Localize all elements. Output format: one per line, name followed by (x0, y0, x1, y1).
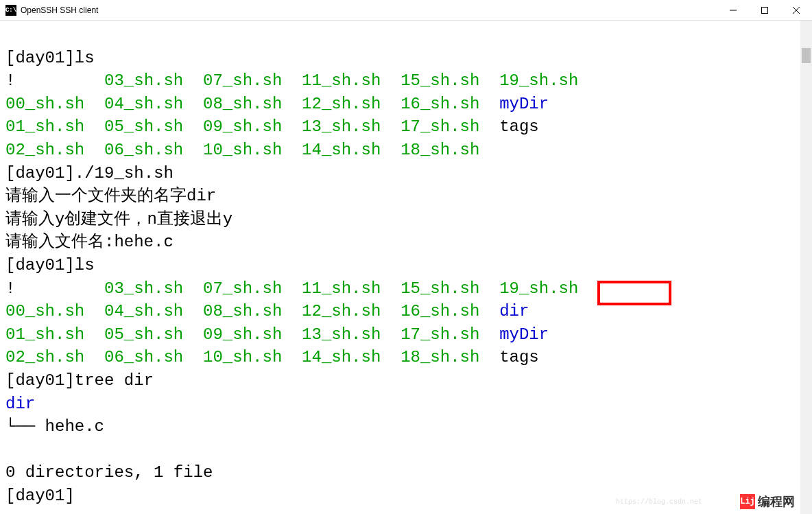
window-title: OpenSSH SSH client (21, 5, 98, 15)
ls-item: ! (5, 279, 15, 298)
ls-item: 09_sh.sh (203, 325, 282, 344)
prompt-line: [day01]ls (5, 256, 95, 274)
ls-item: 10_sh.sh (203, 141, 282, 159)
prompt-line: [day01]./19_sh.sh (5, 164, 174, 183)
terminal-output[interactable]: [day01]ls ! 03_sh.sh 07_sh.sh 11_sh.sh 1… (0, 21, 812, 514)
ls-item: 03_sh.sh (104, 71, 183, 90)
ls-item: 08_sh.sh (203, 95, 282, 113)
ls-item: 07_sh.sh (203, 71, 282, 90)
script-output: 请输入文件名:hehe.c (5, 233, 174, 251)
app-icon: C:\ (5, 5, 16, 16)
ls-item: 13_sh.sh (302, 325, 381, 344)
tree-branch: └── hehe.c (5, 417, 104, 436)
maximize-button[interactable] (749, 0, 780, 21)
ls-item: 15_sh.sh (401, 71, 479, 90)
ls-item: 19_sh.sh (499, 71, 578, 90)
ls-file: tags (499, 117, 539, 136)
ls-dir-highlighted: dir (499, 302, 529, 320)
ls-item: 02_sh.sh (5, 141, 84, 159)
ls-item: 10_sh.sh (203, 348, 282, 366)
ls-item: 18_sh.sh (401, 348, 479, 366)
ls-item: ! (5, 71, 15, 90)
ls-item: 03_sh.sh (104, 279, 183, 298)
ls-item: 12_sh.sh (302, 302, 381, 320)
ls-item: 06_sh.sh (104, 348, 183, 366)
script-output: 请输入一个文件夹的名字dir (5, 187, 216, 205)
prompt-line: [day01]tree dir (5, 371, 154, 390)
svg-rect-1 (762, 8, 768, 14)
ls-item: 14_sh.sh (302, 348, 381, 366)
ls-item: 05_sh.sh (104, 117, 183, 136)
prompt-line: [day01]ls (5, 49, 95, 67)
tree-summary: 0 directories, 1 file (5, 463, 213, 482)
scrollbar-vertical[interactable] (800, 21, 812, 514)
ls-dir: myDir (499, 325, 549, 344)
ls-item: 00_sh.sh (5, 302, 84, 320)
ls-item: 11_sh.sh (302, 71, 381, 90)
ls-item: 11_sh.sh (302, 279, 381, 298)
ls-item: 06_sh.sh (104, 141, 183, 159)
minimize-button[interactable] (717, 0, 749, 21)
ls-item: 00_sh.sh (5, 95, 84, 113)
ls-item: 05_sh.sh (104, 325, 183, 344)
ls-item: 07_sh.sh (203, 279, 282, 298)
scrollbar-thumb[interactable] (802, 48, 811, 63)
ls-item: 18_sh.sh (401, 141, 479, 159)
watermark-url: https://blog.csdn.net (616, 498, 702, 506)
watermark-logo-icon: Lij (740, 494, 755, 509)
tree-root: dir (5, 395, 35, 413)
ls-item: 16_sh.sh (401, 302, 479, 320)
ls-item: 02_sh.sh (5, 348, 84, 366)
ls-item: 12_sh.sh (302, 95, 381, 113)
ls-item: 19_sh.sh (499, 279, 578, 298)
ls-item: 17_sh.sh (401, 325, 479, 344)
watermark-text: 编程网 (758, 493, 795, 510)
window-controls (717, 0, 812, 21)
ls-item: 04_sh.sh (104, 302, 183, 320)
ls-item: 15_sh.sh (401, 279, 479, 298)
close-button[interactable] (780, 0, 812, 21)
window-titlebar: C:\ OpenSSH SSH client (0, 0, 812, 21)
ls-item: 01_sh.sh (5, 117, 84, 136)
prompt-line: [day01] (5, 487, 75, 505)
ls-item: 13_sh.sh (302, 117, 381, 136)
ls-dir: myDir (499, 95, 549, 113)
ls-item: 08_sh.sh (203, 302, 282, 320)
ls-item: 09_sh.sh (203, 117, 282, 136)
ls-item: 04_sh.sh (104, 95, 183, 113)
ls-item: 17_sh.sh (401, 117, 479, 136)
ls-item: 16_sh.sh (401, 95, 479, 113)
ls-item: 01_sh.sh (5, 325, 84, 344)
ls-item: 14_sh.sh (302, 141, 381, 159)
script-output: 请输入y创建文件，n直接退出y (5, 210, 232, 229)
ls-file: tags (499, 348, 539, 366)
watermark: Lij 编程网 (740, 493, 795, 510)
highlight-box (597, 281, 671, 305)
